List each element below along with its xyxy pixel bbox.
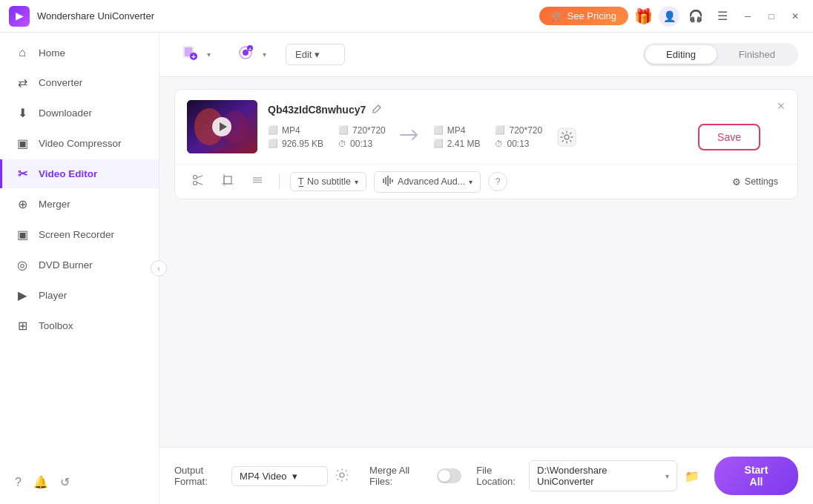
toolbox-icon: ⊞ (15, 319, 30, 333)
svg-rect-26 (385, 177, 386, 185)
close-button[interactable]: ✕ (786, 7, 804, 25)
output-format-field: Output Format: MP4 Video ▾ (174, 465, 349, 487)
headset-icon[interactable]: 🎧 (685, 6, 706, 27)
file-info: Qb43zIdC8nwhucy7 (268, 104, 760, 150)
merge-files-field: Merge All Files: (369, 465, 461, 487)
res-icon: ⬜ (338, 125, 349, 135)
file-name-row: Qb43zIdC8nwhucy7 (268, 104, 760, 116)
output-settings-icon[interactable] (335, 468, 349, 484)
titlebar-right: 🛒 See Pricing 🎁 👤 🎧 ☰ ─ □ ✕ (539, 6, 804, 27)
source-res-dur: ⬜ 720*720 ⏱ 00:13 (338, 125, 386, 149)
location-dropdown-icon: ▾ (665, 472, 669, 480)
sidebar-item-player[interactable]: ▶ Player (0, 281, 159, 310)
thumbnail-image (187, 100, 257, 153)
output-duration: ⏱ 00:13 (495, 139, 542, 149)
user-avatar-icon: 👤 (663, 10, 676, 22)
converter-icon: ⇄ (15, 76, 30, 90)
arrow-icon (398, 126, 421, 147)
source-resolution: ⬜ 720*720 (338, 125, 386, 136)
video-thumbnail (187, 100, 257, 153)
source-format: ⬜ MP4 (268, 125, 323, 136)
merge-toggle[interactable] (437, 468, 461, 483)
svg-point-16 (194, 182, 197, 185)
file-card-top: Qb43zIdC8nwhucy7 (175, 90, 797, 165)
maximize-button[interactable]: □ (763, 7, 780, 25)
size-icon: ⬜ (268, 139, 278, 148)
sidebar-item-downloader[interactable]: ⬇ Downloader (0, 99, 159, 127)
svg-point-15 (194, 176, 197, 179)
sidebar-item-video-editor[interactable]: ✂ Video Editor (0, 159, 159, 188)
file-location-input[interactable]: D:\Wondershare UniConverter ▾ (529, 460, 677, 491)
output-resolution: ⬜ 720*720 (495, 125, 542, 136)
out-dur-icon: ⏱ (495, 139, 503, 148)
help-icon[interactable]: ? (15, 476, 22, 489)
save-button[interactable]: Save (698, 124, 760, 150)
folder-icon[interactable]: 📁 (685, 469, 700, 483)
close-card-button[interactable]: ✕ (777, 100, 786, 112)
sidebar-item-merger[interactable]: ⊕ Merger (0, 190, 159, 219)
top-toolbar: + ▾ + ▾ (159, 33, 813, 77)
menu-icon[interactable]: ☰ (712, 6, 733, 27)
tab-editing[interactable]: Editing (645, 45, 717, 64)
sidebar-bottom: ? 🔔 ↺ (0, 466, 159, 498)
info-button[interactable]: ? (488, 172, 507, 191)
output-format-select[interactable]: MP4 Video ▾ (231, 466, 328, 486)
svg-text:+: + (191, 53, 196, 61)
add-file-button[interactable]: + ▾ (174, 40, 218, 69)
sidebar-item-screen-recorder[interactable]: ▣ Screen Recorder (0, 220, 159, 249)
source-duration: ⏱ 00:13 (338, 139, 386, 149)
home-icon: ⌂ (15, 46, 30, 59)
crop-button[interactable] (217, 170, 239, 193)
svg-line-17 (197, 176, 203, 178)
app-title: Wondershare UniConverter (37, 10, 154, 21)
sidebar-item-home[interactable]: ⌂ Home (0, 39, 159, 67)
edit-filename-icon[interactable] (372, 104, 382, 116)
file-name: Qb43zIdC8nwhucy7 (268, 104, 366, 116)
svg-rect-28 (389, 178, 391, 184)
tab-finished[interactable]: Finished (718, 45, 796, 64)
output-res-dur: ⬜ 720*720 ⏱ 00:13 (495, 125, 542, 149)
card-settings-icon-wrap[interactable] (557, 127, 576, 147)
downloader-icon: ⬇ (15, 106, 30, 120)
sidebar-item-dvd-burner[interactable]: ◎ DVD Burner (0, 251, 159, 279)
bottom-bar: Output Format: MP4 Video ▾ Merge All Fil… (159, 447, 813, 504)
audio-button[interactable]: Advanced Aud... ▾ (374, 171, 481, 193)
minimize-button[interactable]: ─ (739, 7, 757, 25)
format-select-icon: ▾ (292, 471, 297, 482)
merge-toggle-knob (438, 470, 450, 482)
file-card: Qb43zIdC8nwhucy7 (174, 89, 798, 199)
main-content: + ▾ + ▾ (159, 33, 813, 504)
svg-text:+: + (248, 46, 252, 53)
sidebar-collapse-button[interactable]: ‹ (151, 260, 167, 276)
info-icon: ? (496, 176, 501, 187)
add-file-icon: + (182, 44, 198, 64)
sidebar-item-video-compressor[interactable]: ▣ Video Compressor (0, 129, 159, 158)
settings-icon: ⚙ (732, 176, 741, 188)
gift-icon[interactable]: 🎁 (634, 7, 653, 25)
notification-icon[interactable]: 🔔 (33, 475, 48, 489)
subtitle-button[interactable]: T̲ No subtitle ▾ (290, 172, 366, 191)
merge-files-label: Merge All Files: (369, 465, 429, 487)
output-format-label: Output Format: (174, 465, 224, 487)
settings-button[interactable]: ⚙ Settings (725, 173, 786, 191)
merger-icon: ⊕ (15, 197, 30, 211)
start-all-button[interactable]: Start All (714, 457, 798, 495)
edit-dropdown[interactable]: Edit ▾ (286, 44, 345, 65)
add-record-button[interactable]: + ▾ (230, 40, 274, 69)
cut-button[interactable] (187, 170, 209, 193)
see-pricing-button[interactable]: 🛒 See Pricing (539, 7, 628, 25)
edit-dropdown-icon: ▾ (315, 49, 320, 60)
sidebar-nav: ⌂ Home ⇄ Converter ⬇ Downloader ▣ Video … (0, 39, 159, 340)
source-specs: ⬜ MP4 ⬜ 926.95 KB (268, 125, 323, 149)
sidebar-item-converter[interactable]: ⇄ Converter (0, 68, 159, 97)
output-specs: ⬜ MP4 ⬜ 2.41 MB (433, 125, 481, 149)
sidebar-item-toolbox[interactable]: ⊞ Toolbox (0, 311, 159, 340)
refresh-icon[interactable]: ↺ (60, 475, 70, 489)
out-size-icon: ⬜ (433, 139, 444, 148)
tool-separator (279, 174, 280, 189)
user-icon[interactable]: 👤 (659, 6, 679, 27)
cart-icon: 🛒 (551, 10, 563, 21)
effects-button[interactable] (246, 170, 269, 193)
screen-recorder-icon: ▣ (15, 228, 30, 242)
subtitle-icon: T̲ (298, 176, 303, 187)
